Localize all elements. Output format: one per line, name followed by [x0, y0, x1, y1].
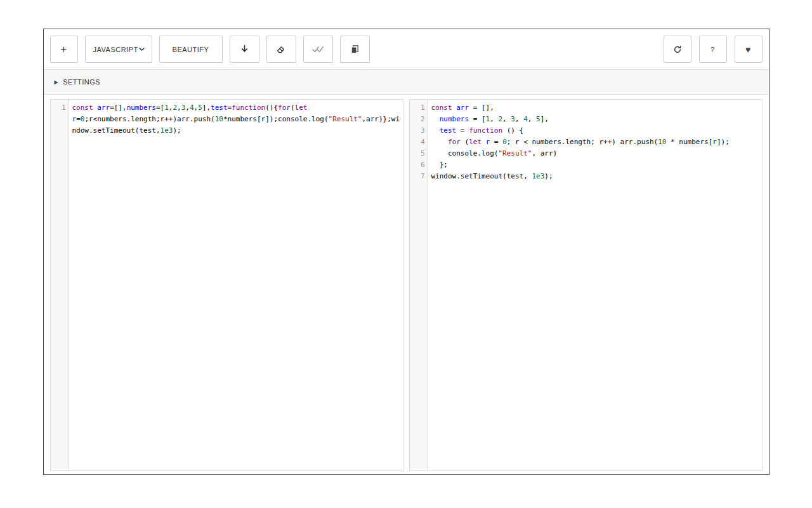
toolbar-right-group: ? ♥: [664, 36, 763, 63]
code-text[interactable]: console.log("Result", arr): [429, 148, 762, 159]
code-text[interactable]: numbers = [1, 2, 3, 4, 5],: [429, 114, 762, 125]
code-line: 2 numbers = [1, 2, 3, 4, 5],: [410, 114, 762, 125]
settings-toggle[interactable]: ▶ SETTINGS: [44, 69, 769, 95]
eraser-icon: [276, 44, 286, 55]
refresh-icon: [673, 45, 682, 54]
code-line: 3 test = function () {: [410, 125, 762, 137]
code-line: 1const arr=[],numbers=[1,2,3,4,5],test=f…: [51, 102, 403, 137]
line-number: 2: [410, 114, 429, 125]
language-select-value: JAVASCRIPT: [93, 46, 138, 53]
source-code-editor[interactable]: 1const arr=[],numbers=[1,2,3,4,5],test=f…: [50, 99, 403, 471]
language-select[interactable]: JAVASCRIPT: [85, 36, 152, 63]
editor-area: 1const arr=[],numbers=[1,2,3,4,5],test=f…: [44, 95, 769, 475]
add-button[interactable]: +: [50, 36, 78, 63]
code-text[interactable]: };: [429, 159, 762, 171]
line-number: 6: [410, 159, 429, 171]
beautified-code-editor[interactable]: 1const arr = [],2 numbers = [1, 2, 3, 4,…: [409, 99, 763, 471]
erase-button[interactable]: [266, 36, 296, 63]
line-number: 3: [410, 125, 429, 137]
line-number: 1: [410, 102, 429, 114]
help-button[interactable]: ?: [699, 36, 727, 63]
code-line: 1const arr = [],: [410, 102, 762, 114]
copy-button[interactable]: [340, 36, 370, 63]
code-text[interactable]: const arr=[],numbers=[1,2,3,4,5],test=fu…: [70, 102, 403, 137]
plus-icon: +: [60, 43, 67, 56]
line-number: 1: [51, 102, 70, 114]
line-number: 7: [410, 171, 429, 182]
code-line: 5 console.log("Result", arr): [410, 148, 762, 159]
line-number: 4: [410, 137, 429, 148]
download-icon: [240, 44, 249, 54]
download-button[interactable]: [230, 36, 259, 63]
code-text[interactable]: const arr = [],: [429, 102, 762, 114]
code-text[interactable]: test = function () {: [429, 125, 762, 137]
beautified-code-lines[interactable]: 1const arr = [],2 numbers = [1, 2, 3, 4,…: [410, 100, 762, 182]
code-text[interactable]: for (let r = 0; r < numbers.length; r++)…: [429, 137, 762, 148]
line-number: 5: [410, 148, 429, 159]
heart-icon: ♥: [745, 45, 751, 54]
settings-label: SETTINGS: [63, 78, 100, 86]
copy-icon: [350, 44, 360, 54]
select-all-button[interactable]: [303, 36, 333, 63]
double-check-icon: [312, 45, 324, 54]
code-text[interactable]: window.setTimeout(test, 1e3);: [429, 171, 762, 182]
code-line: 6 };: [410, 159, 762, 171]
chevron-down-icon: [138, 46, 145, 53]
source-code-lines[interactable]: 1const arr=[],numbers=[1,2,3,4,5],test=f…: [51, 100, 403, 137]
line-number-gutter: [51, 100, 69, 471]
beautify-button[interactable]: BEAUTIFY: [159, 36, 223, 63]
toolbar: + JAVASCRIPT BEAUTIFY: [44, 29, 769, 69]
code-line: 7window.setTimeout(test, 1e3);: [410, 171, 762, 182]
beautifier-app: + JAVASCRIPT BEAUTIFY: [43, 29, 769, 475]
refresh-button[interactable]: [664, 36, 691, 63]
caret-right-icon: ▶: [55, 79, 59, 85]
code-line: 4 for (let r = 0; r < numbers.length; r+…: [410, 137, 762, 148]
favorite-button[interactable]: ♥: [735, 36, 763, 63]
